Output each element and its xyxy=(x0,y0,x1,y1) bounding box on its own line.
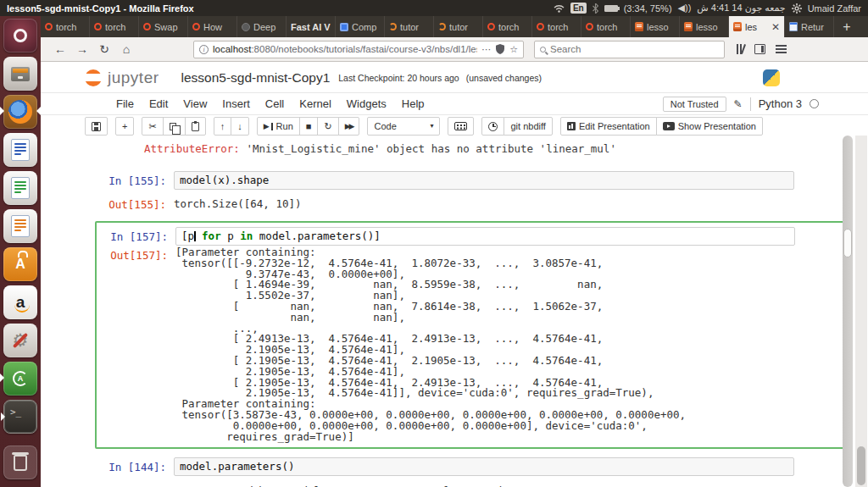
launcher-item-terminal[interactable]: >_ xyxy=(3,400,37,434)
checkpoint-status: Last Checkpoint: 20 hours ago xyxy=(338,73,459,83)
volume-icon[interactable]: ◀)) xyxy=(678,3,692,14)
menu-widgets[interactable]: Widgets xyxy=(339,97,394,110)
launcher-item-trash[interactable] xyxy=(3,445,37,479)
save-button[interactable] xyxy=(85,117,108,136)
username[interactable]: Umaid Zaffar xyxy=(808,3,861,14)
restart-kernel-button[interactable]: ↻ xyxy=(317,117,338,136)
clock-datetime[interactable]: جمعه جون 14 4:41 ش xyxy=(697,3,785,14)
site-info-icon[interactable]: i xyxy=(199,45,209,54)
browser-tab[interactable]: lesso xyxy=(680,16,729,37)
cell-type-select[interactable]: Code▾ xyxy=(367,117,440,136)
menu-cell[interactable]: Cell xyxy=(258,97,292,110)
run-cell-button[interactable]: ▶Run xyxy=(257,117,300,136)
code-input[interactable]: model.parameters() xyxy=(174,457,794,476)
browser-tab-active[interactable]: les✕ xyxy=(729,16,785,37)
launcher-item-ubuntu-dash[interactable] xyxy=(3,19,37,53)
up-icon: ↑ xyxy=(220,122,225,131)
terminal-icon: >_ xyxy=(10,407,21,418)
cut-cell-button[interactable]: ✂ xyxy=(142,117,163,136)
browser-tab[interactable]: Deep xyxy=(237,16,287,37)
launcher-item-ubuntu-software[interactable]: A xyxy=(3,247,37,281)
forward-button[interactable]: → xyxy=(71,42,93,56)
browser-tab[interactable]: Fast AI V xyxy=(287,16,336,37)
launcher-item-system-settings[interactable]: ⚙ xyxy=(3,324,37,357)
new-tab-button[interactable]: + xyxy=(834,16,860,37)
git-nbdiff-button[interactable]: git nbdiff xyxy=(504,117,552,136)
move-cell-up-button[interactable]: ↑ xyxy=(214,117,232,136)
trust-status-button[interactable]: Not Trusted xyxy=(663,97,726,112)
browser-tab[interactable]: torch xyxy=(581,16,631,37)
bookmark-star-icon[interactable]: ☆ xyxy=(509,44,518,55)
edit-presentation-icon xyxy=(567,122,576,130)
show-presentation-button[interactable]: Show Presentation xyxy=(656,117,763,136)
menu-file[interactable]: File xyxy=(108,97,142,110)
browser-tab[interactable]: tutor xyxy=(385,16,434,37)
launcher-item-firefox[interactable] xyxy=(3,95,37,129)
interrupt-kernel-button[interactable]: ■ xyxy=(299,117,319,136)
restart-run-all-button[interactable]: ▶▶ xyxy=(338,117,360,136)
launcher-item-libreoffice-writer[interactable] xyxy=(3,133,37,167)
launcher-item-amazon[interactable]: a xyxy=(3,285,37,319)
menu-edit[interactable]: Edit xyxy=(142,97,175,110)
menu-kernel[interactable]: Kernel xyxy=(292,97,339,110)
browser-tab[interactable]: Swap xyxy=(139,16,188,37)
code-cell-input[interactable]: In [157]: [p for p in model.parameters()… xyxy=(97,227,795,246)
browser-tab[interactable]: torch xyxy=(483,16,532,37)
chevron-down-icon: ▾ xyxy=(430,123,433,130)
bluetooth-icon[interactable] xyxy=(593,3,598,14)
library-icon[interactable] xyxy=(737,44,744,54)
menu-hamburger-icon[interactable] xyxy=(776,45,787,53)
jupyter-logo-icon[interactable] xyxy=(85,69,102,86)
add-cell-button[interactable]: + xyxy=(115,117,134,136)
notebook-scrollbar[interactable] xyxy=(843,136,853,487)
launcher-item-files[interactable] xyxy=(3,57,37,91)
code-input[interactable]: model(x).shape xyxy=(174,171,794,190)
window-scrollbar-thumb[interactable] xyxy=(857,446,865,485)
notebook-title[interactable]: lesson5-sgd-mnist-Copy1 xyxy=(181,70,331,86)
search-bar[interactable] xyxy=(534,41,725,58)
writer-doc-icon xyxy=(11,139,30,161)
code-input-editing[interactable]: [p for p in model.parameters()] xyxy=(175,227,795,246)
browser-tab[interactable]: lesso xyxy=(631,16,680,37)
browser-tab[interactable]: Retur xyxy=(785,16,834,37)
browser-tab[interactable]: torch xyxy=(532,16,581,37)
notebook-scrollbar-thumb[interactable] xyxy=(843,229,852,257)
pencil-icon[interactable]: ✎ xyxy=(734,98,743,110)
paste-cell-button[interactable] xyxy=(185,117,206,136)
page-actions-icon[interactable]: ⋯ xyxy=(481,44,491,55)
browser-tab[interactable]: torch xyxy=(41,16,90,37)
back-button[interactable]: ← xyxy=(49,42,71,56)
launcher-item-software-updater[interactable]: A xyxy=(3,362,37,396)
menu-insert[interactable]: Insert xyxy=(214,97,258,110)
menu-help[interactable]: Help xyxy=(394,97,432,110)
code-cell-input[interactable]: In [155]: model(x).shape xyxy=(92,171,794,190)
search-input[interactable] xyxy=(550,44,719,54)
window-scrollbar[interactable] xyxy=(855,136,867,487)
tab-close-icon[interactable]: ✕ xyxy=(771,21,780,33)
session-gear-icon[interactable] xyxy=(792,3,802,14)
browser-tab[interactable]: torch xyxy=(90,16,139,37)
sidebar-icon[interactable] xyxy=(754,44,765,54)
checkpoint-history-button[interactable] xyxy=(481,117,504,136)
browser-tab[interactable]: Comp xyxy=(336,16,385,37)
reload-button[interactable]: ↻ xyxy=(93,42,115,56)
edit-presentation-button[interactable]: Edit Presentation xyxy=(560,117,657,136)
browser-tab[interactable]: How xyxy=(188,16,237,37)
copy-cell-button[interactable] xyxy=(163,117,186,136)
menu-view[interactable]: View xyxy=(175,97,214,110)
home-button[interactable]: ⌂ xyxy=(115,42,137,56)
browser-tab[interactable]: tutor xyxy=(434,16,483,37)
battery-icon[interactable] xyxy=(604,5,618,12)
wifi-icon[interactable] xyxy=(554,4,565,13)
command-palette-button[interactable] xyxy=(448,117,474,136)
tracking-shield-icon[interactable] xyxy=(496,44,504,54)
launcher-item-libreoffice-calc[interactable] xyxy=(3,171,37,205)
launcher-item-libreoffice-impress[interactable] xyxy=(3,209,37,243)
code-cell-input[interactable]: In [144]: model.parameters() xyxy=(92,457,794,476)
move-cell-down-button[interactable]: ↓ xyxy=(231,117,249,136)
url-bar[interactable]: i localhost:8080/notebooks/tutorials/fas… xyxy=(193,41,524,58)
selected-cell[interactable]: In [157]: [p for p in model.parameters()… xyxy=(95,221,845,449)
keyboard-layout-indicator[interactable]: En xyxy=(570,3,587,14)
jupyter-brand[interactable]: jupyter xyxy=(108,69,159,87)
url-text[interactable]: localhost:8080/notebooks/tutorials/fasta… xyxy=(213,44,477,54)
